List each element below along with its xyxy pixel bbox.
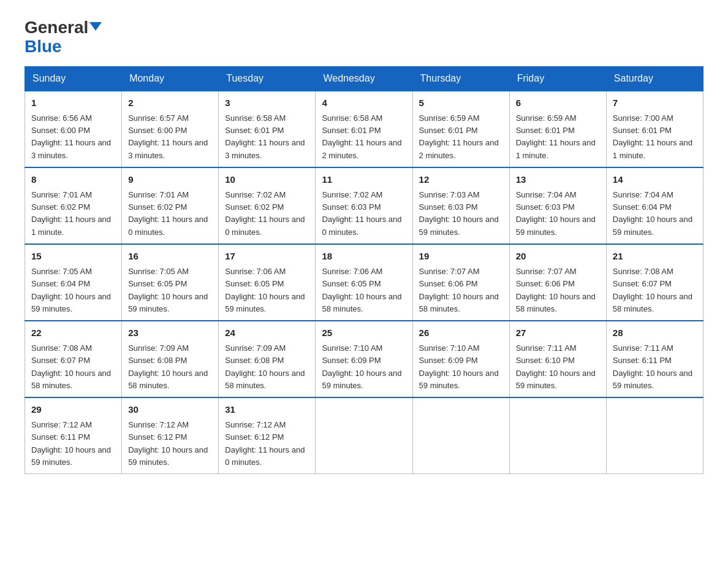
calendar-cell: 22 Sunrise: 7:08 AMSunset: 6:07 PMDaylig… [25, 321, 122, 397]
calendar-cell: 8 Sunrise: 7:01 AMSunset: 6:02 PMDayligh… [25, 167, 122, 244]
day-number: 3 [225, 96, 309, 110]
day-info: Sunrise: 7:04 AMSunset: 6:04 PMDaylight:… [613, 190, 692, 236]
day-info: Sunrise: 7:03 AMSunset: 6:03 PMDaylight:… [419, 190, 499, 236]
day-info: Sunrise: 7:09 AMSunset: 6:08 PMDaylight:… [225, 343, 305, 389]
calendar-cell: 1 Sunrise: 6:56 AMSunset: 6:00 PMDayligh… [25, 91, 122, 167]
day-number: 17 [225, 250, 309, 264]
day-info: Sunrise: 6:59 AMSunset: 6:01 PMDaylight:… [516, 113, 596, 159]
day-number: 9 [128, 173, 212, 187]
day-number: 1 [31, 96, 115, 110]
day-info: Sunrise: 7:02 AMSunset: 6:02 PMDaylight:… [225, 190, 305, 236]
day-info: Sunrise: 7:11 AMSunset: 6:11 PMDaylight:… [613, 343, 692, 389]
calendar-cell [316, 397, 412, 474]
day-info: Sunrise: 7:05 AMSunset: 6:04 PMDaylight:… [31, 267, 111, 313]
calendar-cell: 26 Sunrise: 7:10 AMSunset: 6:09 PMDaylig… [412, 321, 509, 397]
day-info: Sunrise: 7:12 AMSunset: 6:12 PMDaylight:… [225, 420, 305, 466]
calendar-table: SundayMondayTuesdayWednesdayThursdayFrid… [25, 66, 703, 474]
day-number: 27 [516, 326, 600, 340]
day-number: 28 [613, 326, 697, 340]
calendar-cell: 6 Sunrise: 6:59 AMSunset: 6:01 PMDayligh… [509, 91, 606, 167]
day-info: Sunrise: 7:04 AMSunset: 6:03 PMDaylight:… [516, 190, 596, 236]
calendar-cell: 16 Sunrise: 7:05 AMSunset: 6:05 PMDaylig… [122, 244, 219, 321]
calendar-week-row: 1 Sunrise: 6:56 AMSunset: 6:00 PMDayligh… [25, 91, 703, 167]
day-info: Sunrise: 7:05 AMSunset: 6:05 PMDaylight:… [128, 267, 208, 313]
day-number: 24 [225, 326, 309, 340]
calendar-week-row: 22 Sunrise: 7:08 AMSunset: 6:07 PMDaylig… [25, 321, 703, 397]
day-info: Sunrise: 6:58 AMSunset: 6:01 PMDaylight:… [225, 113, 305, 159]
weekday-header-saturday: Saturday [606, 66, 703, 91]
day-number: 22 [31, 326, 115, 340]
weekday-header-monday: Monday [122, 66, 219, 91]
calendar-cell: 27 Sunrise: 7:11 AMSunset: 6:10 PMDaylig… [509, 321, 606, 397]
day-info: Sunrise: 6:57 AMSunset: 6:00 PMDaylight:… [128, 113, 208, 159]
calendar-cell: 25 Sunrise: 7:10 AMSunset: 6:09 PMDaylig… [316, 321, 412, 397]
day-info: Sunrise: 7:09 AMSunset: 6:08 PMDaylight:… [128, 343, 208, 389]
day-number: 16 [128, 250, 212, 264]
day-info: Sunrise: 7:01 AMSunset: 6:02 PMDaylight:… [128, 190, 208, 236]
calendar-cell: 20 Sunrise: 7:07 AMSunset: 6:06 PMDaylig… [509, 244, 606, 321]
day-number: 19 [419, 250, 503, 264]
calendar-cell: 9 Sunrise: 7:01 AMSunset: 6:02 PMDayligh… [122, 167, 219, 244]
calendar-cell: 29 Sunrise: 7:12 AMSunset: 6:11 PMDaylig… [25, 397, 122, 474]
calendar-cell: 23 Sunrise: 7:09 AMSunset: 6:08 PMDaylig… [122, 321, 219, 397]
weekday-header-sunday: Sunday [25, 66, 122, 91]
day-info: Sunrise: 7:07 AMSunset: 6:06 PMDaylight:… [419, 267, 499, 313]
calendar-cell: 13 Sunrise: 7:04 AMSunset: 6:03 PMDaylig… [509, 167, 606, 244]
calendar-cell: 31 Sunrise: 7:12 AMSunset: 6:12 PMDaylig… [219, 397, 316, 474]
calendar-cell: 7 Sunrise: 7:00 AMSunset: 6:01 PMDayligh… [606, 91, 703, 167]
day-info: Sunrise: 7:12 AMSunset: 6:11 PMDaylight:… [31, 420, 111, 466]
day-number: 7 [613, 96, 697, 110]
day-number: 13 [516, 173, 600, 187]
calendar-cell [606, 397, 703, 474]
calendar-cell [509, 397, 606, 474]
day-number: 8 [31, 173, 115, 187]
weekday-header-tuesday: Tuesday [219, 66, 316, 91]
day-number: 10 [225, 173, 309, 187]
calendar-week-row: 29 Sunrise: 7:12 AMSunset: 6:11 PMDaylig… [25, 397, 703, 474]
weekday-header-row: SundayMondayTuesdayWednesdayThursdayFrid… [25, 66, 703, 91]
calendar-cell: 21 Sunrise: 7:08 AMSunset: 6:07 PMDaylig… [606, 244, 703, 321]
calendar-cell: 15 Sunrise: 7:05 AMSunset: 6:04 PMDaylig… [25, 244, 122, 321]
day-number: 23 [128, 326, 212, 340]
day-info: Sunrise: 7:01 AMSunset: 6:02 PMDaylight:… [31, 190, 111, 236]
calendar-cell [412, 397, 509, 474]
day-number: 26 [419, 326, 503, 340]
calendar-cell: 3 Sunrise: 6:58 AMSunset: 6:01 PMDayligh… [219, 91, 316, 167]
day-info: Sunrise: 7:12 AMSunset: 6:12 PMDaylight:… [128, 420, 208, 466]
weekday-header-thursday: Thursday [412, 66, 509, 91]
calendar-cell: 30 Sunrise: 7:12 AMSunset: 6:12 PMDaylig… [122, 397, 219, 474]
day-info: Sunrise: 7:10 AMSunset: 6:09 PMDaylight:… [419, 343, 499, 389]
day-number: 25 [322, 326, 406, 340]
calendar-cell: 11 Sunrise: 7:02 AMSunset: 6:03 PMDaylig… [316, 167, 412, 244]
day-number: 20 [516, 250, 600, 264]
calendar-cell: 14 Sunrise: 7:04 AMSunset: 6:04 PMDaylig… [606, 167, 703, 244]
day-number: 18 [322, 250, 406, 264]
day-number: 11 [322, 173, 406, 187]
calendar-cell: 28 Sunrise: 7:11 AMSunset: 6:11 PMDaylig… [606, 321, 703, 397]
day-info: Sunrise: 7:00 AMSunset: 6:01 PMDaylight:… [613, 113, 692, 159]
day-number: 21 [613, 250, 697, 264]
day-number: 29 [31, 403, 115, 417]
day-info: Sunrise: 6:56 AMSunset: 6:00 PMDaylight:… [31, 113, 111, 159]
weekday-header-wednesday: Wednesday [316, 66, 412, 91]
page-header: General Blue [25, 18, 703, 56]
calendar-cell: 17 Sunrise: 7:06 AMSunset: 6:05 PMDaylig… [219, 244, 316, 321]
calendar-cell: 2 Sunrise: 6:57 AMSunset: 6:00 PMDayligh… [122, 91, 219, 167]
day-number: 12 [419, 173, 503, 187]
day-info: Sunrise: 7:08 AMSunset: 6:07 PMDaylight:… [613, 267, 692, 313]
day-info: Sunrise: 7:06 AMSunset: 6:05 PMDaylight:… [322, 267, 401, 313]
logo-blue: Blue [25, 37, 62, 56]
day-info: Sunrise: 7:08 AMSunset: 6:07 PMDaylight:… [31, 343, 111, 389]
day-number: 5 [419, 96, 503, 110]
day-info: Sunrise: 7:10 AMSunset: 6:09 PMDaylight:… [322, 343, 401, 389]
calendar-cell: 19 Sunrise: 7:07 AMSunset: 6:06 PMDaylig… [412, 244, 509, 321]
day-info: Sunrise: 7:06 AMSunset: 6:05 PMDaylight:… [225, 267, 305, 313]
weekday-header-friday: Friday [509, 66, 606, 91]
calendar-cell: 4 Sunrise: 6:58 AMSunset: 6:01 PMDayligh… [316, 91, 412, 167]
day-number: 14 [613, 173, 697, 187]
calendar-cell: 10 Sunrise: 7:02 AMSunset: 6:02 PMDaylig… [219, 167, 316, 244]
calendar-week-row: 8 Sunrise: 7:01 AMSunset: 6:02 PMDayligh… [25, 167, 703, 244]
day-info: Sunrise: 6:59 AMSunset: 6:01 PMDaylight:… [419, 113, 499, 159]
calendar-cell: 12 Sunrise: 7:03 AMSunset: 6:03 PMDaylig… [412, 167, 509, 244]
calendar-cell: 5 Sunrise: 6:59 AMSunset: 6:01 PMDayligh… [412, 91, 509, 167]
